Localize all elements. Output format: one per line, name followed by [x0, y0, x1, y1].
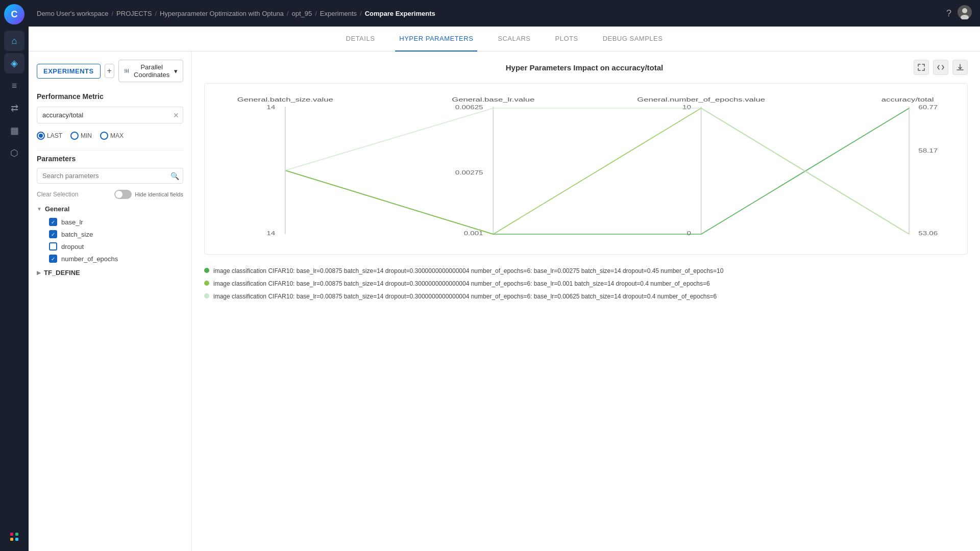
hide-identical-toggle-wrap: Hide identical fields: [114, 190, 183, 199]
breadcrumb-experiments[interactable]: Experiments: [320, 10, 357, 17]
svg-text:0.001: 0.001: [464, 231, 483, 237]
hide-identical-toggle[interactable]: [114, 190, 132, 199]
svg-rect-3: [15, 538, 18, 541]
sidebar-item-table[interactable]: ▦: [4, 120, 24, 141]
chevron-right-icon: ▶: [37, 270, 41, 276]
breadcrumb-sep5: /: [360, 10, 362, 17]
parallel-coords-icon: [124, 67, 129, 75]
tabs-bar: DETAILS HYPER PARAMETERS SCALARS PLOTS D…: [29, 27, 980, 52]
chart-actions: [914, 60, 968, 75]
radio-group: LAST MIN MAX: [37, 132, 183, 140]
divider1: [37, 150, 183, 151]
param-number-of-epochs[interactable]: number_of_epochs: [37, 253, 183, 265]
toggle-knob: [115, 191, 122, 198]
legend-dot-3: [204, 293, 209, 298]
breadcrumb-project[interactable]: Hyperparameter Optimization with Optuna: [160, 10, 284, 17]
svg-rect-1: [15, 533, 18, 536]
view-button[interactable]: Parallel Coordinates ▾: [118, 60, 183, 82]
legend-item-2: image classification CIFAR10: base_lr=0.…: [204, 280, 968, 288]
legend-item-1: image classification CIFAR10: base_lr=0.…: [204, 267, 968, 276]
body-layout: EXPERIMENTS + Parallel Coordina: [29, 52, 980, 551]
radio-min-circle: [70, 132, 79, 140]
performance-metric-title: Performance Metric: [37, 92, 183, 101]
svg-text:0.00275: 0.00275: [455, 170, 483, 176]
breadcrumb-sep2: /: [155, 10, 157, 17]
chart-container: General.batch_size.value General.base_lr…: [204, 83, 968, 255]
svg-text:60.77: 60.77: [918, 105, 938, 111]
param-dropout[interactable]: dropout: [37, 240, 183, 253]
svg-text:accuracy/total: accuracy/total: [881, 96, 934, 103]
checkbox-dropout[interactable]: [49, 242, 57, 251]
checkbox-number-of-epochs[interactable]: [49, 255, 57, 263]
radio-max[interactable]: MAX: [100, 132, 124, 140]
metric-input[interactable]: [37, 107, 183, 123]
left-panel: EXPERIMENTS + Parallel Coordina: [29, 52, 192, 551]
radio-last-circle: [37, 132, 45, 140]
svg-text:0.00625: 0.00625: [455, 105, 483, 111]
tab-debug-samples[interactable]: DEBUG SAMPLES: [599, 27, 667, 52]
clear-metric-icon[interactable]: ✕: [173, 111, 179, 119]
legend-text-2: image classification CIFAR10: base_lr=0.…: [213, 280, 710, 288]
tab-hyper-parameters[interactable]: HYPER PARAMETERS: [395, 27, 477, 52]
download-icon[interactable]: [952, 60, 968, 75]
radio-last[interactable]: LAST: [37, 132, 62, 140]
param-base-lr[interactable]: base_lr: [37, 216, 183, 228]
legend-text-1: image classification CIFAR10: base_lr=0.…: [213, 267, 723, 276]
group-tf-define-label: TF_DEFINE: [44, 269, 80, 277]
user-avatar[interactable]: [958, 5, 972, 22]
checkbox-batch-size[interactable]: [49, 230, 57, 238]
breadcrumb-sep4: /: [315, 10, 317, 17]
sidebar-item-flow[interactable]: ⇄: [4, 98, 24, 118]
clear-selection-link[interactable]: Clear Selection: [37, 191, 78, 198]
tab-details[interactable]: DETAILS: [342, 27, 379, 52]
breadcrumb-sep1: /: [111, 10, 113, 17]
content-area: DETAILS HYPER PARAMETERS SCALARS PLOTS D…: [29, 27, 980, 551]
svg-text:0: 0: [687, 231, 691, 237]
chevron-down-icon: ▼: [37, 206, 42, 212]
sidebar-item-slack[interactable]: [4, 527, 24, 547]
breadcrumb-projects[interactable]: PROJECTS: [116, 10, 152, 17]
legend-dot-2: [204, 281, 209, 286]
legend-dot-1: [204, 268, 209, 273]
group-general-header[interactable]: ▼ General: [37, 205, 183, 213]
sidebar-item-plugin[interactable]: ⬡: [4, 143, 24, 163]
main-content: Demo User's workspace / PROJECTS / Hyper…: [29, 0, 980, 551]
parameters-title: Parameters: [37, 155, 183, 163]
legend-item-3: image classification CIFAR10: base_lr=0.…: [204, 292, 968, 301]
hide-identical-label: Hide identical fields: [135, 191, 183, 197]
help-icon[interactable]: ?: [946, 8, 951, 19]
svg-text:58.17: 58.17: [918, 148, 938, 154]
sidebar-item-home[interactable]: ⌂: [4, 31, 24, 51]
breadcrumb-workspace[interactable]: Demo User's workspace: [37, 10, 108, 17]
svg-text:14: 14: [266, 231, 275, 237]
add-button[interactable]: +: [105, 64, 114, 78]
search-icon[interactable]: 🔍: [170, 172, 179, 180]
breadcrumb-opt[interactable]: opt_95: [291, 10, 312, 17]
param-batch-size[interactable]: batch_size: [37, 228, 183, 240]
group-tf-define-header[interactable]: ▶ TF_DEFINE: [37, 269, 183, 277]
search-params-wrap: 🔍: [37, 168, 183, 184]
sidebar-item-brain[interactable]: ◈: [4, 53, 24, 73]
search-params-input[interactable]: [37, 168, 183, 184]
parallel-coords-chart: General.batch_size.value General.base_lr…: [215, 94, 957, 247]
tab-plots[interactable]: PLOTS: [551, 27, 582, 52]
radio-min[interactable]: MIN: [70, 132, 92, 140]
app-logo[interactable]: C: [4, 4, 24, 24]
code-icon[interactable]: [933, 60, 948, 75]
chart-title: Hyper Parameters Impact on accuracy/tota…: [255, 63, 914, 72]
svg-text:14: 14: [266, 105, 275, 111]
expand-icon[interactable]: [914, 60, 929, 75]
svg-text:General.number_of_epochs.value: General.number_of_epochs.value: [637, 96, 765, 103]
experiments-button[interactable]: EXPERIMENTS: [37, 64, 101, 79]
svg-text:10: 10: [682, 105, 691, 111]
sidebar-item-layers[interactable]: ≡: [4, 76, 24, 96]
sidebar: C ⌂ ◈ ≡ ⇄ ▦ ⬡: [0, 0, 29, 551]
toolbar: EXPERIMENTS + Parallel Coordina: [37, 60, 183, 82]
breadcrumb: Demo User's workspace / PROJECTS / Hyper…: [37, 10, 435, 17]
svg-rect-0: [10, 533, 13, 536]
chart-header: Hyper Parameters Impact on accuracy/tota…: [204, 60, 968, 75]
tab-scalars[interactable]: SCALARS: [494, 27, 534, 52]
svg-point-5: [962, 8, 967, 13]
checkbox-base-lr[interactable]: [49, 218, 57, 226]
group-general-label: General: [45, 205, 69, 213]
